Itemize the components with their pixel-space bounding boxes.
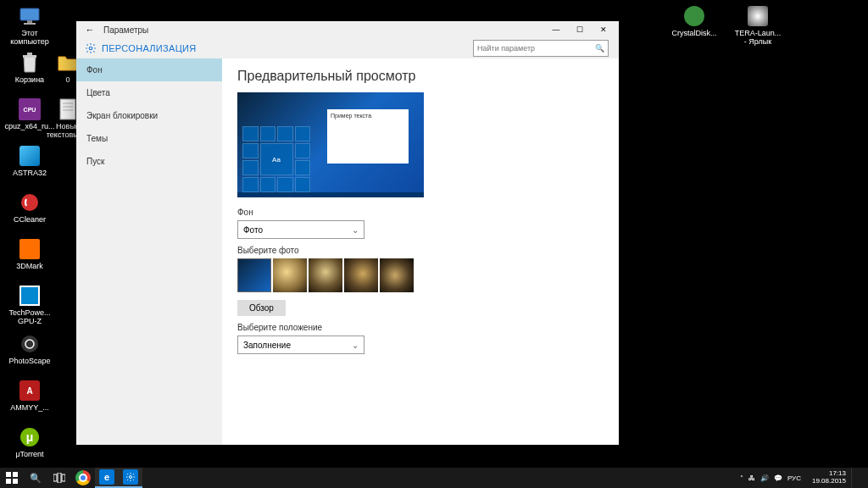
tray-action-icon[interactable]: 💬 — [771, 474, 785, 482]
sidebar-item-lockscreen[interactable]: Экран блокировки — [76, 104, 222, 127]
bg-dropdown[interactable]: Фото — [237, 220, 364, 239]
photo-thumb-3[interactable] — [309, 258, 342, 292]
svg-rect-1 — [27, 20, 32, 23]
sidebar-item-start[interactable]: Пуск — [76, 150, 222, 173]
preview-box: Aa Пример текста — [237, 92, 424, 197]
search-box[interactable]: 🔍 — [473, 40, 609, 57]
desktop-icon-tera[interactable]: TERA-Laun... - Ярлык — [732, 4, 783, 47]
fit-label: Выберите положение — [237, 323, 604, 332]
svg-point-5 — [21, 194, 38, 211]
taskbar-app-chrome[interactable] — [71, 468, 95, 488]
desktop-icon-ccleaner[interactable]: CCleaner — [4, 191, 55, 225]
svg-rect-16 — [13, 472, 18, 477]
svg-rect-20 — [58, 473, 61, 483]
close-button[interactable]: ✕ — [592, 21, 615, 38]
settings-window: ← Параметры — ☐ ✕ ПЕРСОНАЛИЗАЦИЯ 🔍 Фон Ц… — [76, 21, 619, 445]
3dmark-icon — [18, 237, 42, 261]
taskbar-clock[interactable]: 17:13 19.08.2015 — [807, 470, 851, 485]
preview-heading: Предварительный просмотр — [237, 69, 604, 84]
icon-label: AMMYY_... — [10, 404, 49, 413]
search-button[interactable]: 🔍 — [24, 468, 47, 488]
maximize-button[interactable]: ☐ — [568, 21, 592, 38]
ammyy-icon: A — [18, 379, 42, 402]
recycle-bin-icon — [18, 51, 42, 75]
desktop-icon-ammyy[interactable]: A AMMYY_... — [4, 379, 55, 413]
svg-rect-3 — [23, 55, 36, 58]
tera-icon — [746, 4, 770, 28]
search-icon: 🔍 — [595, 44, 604, 53]
cpuz-icon: CPU — [18, 97, 42, 121]
desktop-icon-astra32[interactable]: ASTRA32 — [4, 144, 55, 178]
svg-rect-15 — [6, 472, 11, 477]
start-button[interactable] — [0, 468, 24, 488]
icon-label: 3DMark — [16, 263, 43, 271]
fit-dropdown[interactable]: Заполнение — [237, 336, 364, 354]
icon-label: CrystalDisk... — [671, 30, 716, 38]
search-input[interactable] — [477, 44, 595, 53]
preview-sample-text: Пример текста — [327, 109, 409, 122]
taskbar-app-settings[interactable] — [119, 468, 142, 488]
taskview-button[interactable] — [47, 468, 71, 488]
svg-rect-21 — [62, 474, 65, 481]
system-tray: ˄ 🖧 🔊 💬 РУС — [734, 474, 807, 482]
svg-point-22 — [130, 476, 132, 479]
svg-rect-0 — [20, 8, 39, 20]
minimize-button[interactable]: — — [544, 21, 568, 38]
photo-thumb-1[interactable] — [237, 258, 271, 292]
photo-thumb-5[interactable] — [380, 258, 414, 292]
thumb-row — [237, 258, 604, 292]
sidebar-item-colors[interactable]: Цвета — [76, 81, 222, 104]
utorrent-icon: μ — [18, 425, 42, 449]
sidebar-item-themes[interactable]: Темы — [76, 127, 222, 150]
icon-label: Этот компьютер — [4, 30, 55, 47]
desktop-icon-crystaldisk[interactable]: CrystalDisk... — [669, 4, 720, 38]
svg-point-14 — [89, 47, 92, 50]
photo-thumb-2[interactable] — [273, 258, 307, 292]
choose-photo-label: Выберите фото — [237, 246, 604, 255]
ccleaner-icon — [18, 191, 42, 214]
header-row: ПЕРСОНАЛИЗАЦИЯ 🔍 — [76, 38, 619, 58]
sidebar-item-background[interactable]: Фон — [76, 58, 222, 81]
main-panel: Предварительный просмотр Aa Пример текст… — [222, 58, 619, 445]
icon-label: TechPowe... GPU-Z — [4, 309, 55, 326]
window-title: Параметры — [103, 25, 148, 35]
astra32-icon — [18, 144, 42, 168]
titlebar: ← Параметры — ☐ ✕ — [76, 21, 619, 38]
icon-label: PhotoScape — [8, 358, 50, 366]
svg-rect-10 — [60, 99, 75, 119]
browse-button[interactable]: Обзор — [237, 300, 286, 316]
show-desktop-button[interactable] — [851, 468, 868, 488]
icon-label: TERA-Laun... - Ярлык — [732, 30, 783, 47]
svg-rect-17 — [6, 479, 11, 484]
desktop-icon-this-pc[interactable]: Этот компьютер — [4, 4, 55, 47]
svg-text:μ: μ — [26, 430, 34, 444]
pc-icon — [18, 4, 42, 28]
bg-label: Фон — [237, 208, 604, 217]
desktop-icon-photoscape[interactable]: PhotoScape — [4, 332, 55, 366]
gpuz-icon — [18, 284, 42, 308]
crystaldisk-icon — [682, 4, 706, 28]
taskbar: 🔍 e ˄ 🖧 🔊 💬 РУС 17:13 19.08.2015 — [0, 468, 868, 488]
desktop-icon-utorrent[interactable]: μ μTorrent — [4, 425, 55, 459]
icon-label: 0 — [65, 76, 70, 85]
svg-rect-19 — [53, 474, 57, 481]
sidebar: Фон Цвета Экран блокировки Темы Пуск — [76, 58, 222, 445]
taskbar-app-edge[interactable]: e — [95, 468, 119, 488]
gear-icon — [85, 42, 97, 54]
tray-chevron-icon[interactable]: ˄ — [737, 474, 746, 482]
svg-point-6 — [21, 336, 38, 352]
tray-network-icon[interactable]: 🖧 — [746, 474, 758, 482]
photoscape-icon — [18, 332, 42, 356]
icon-label: Корзина — [15, 76, 44, 85]
tray-volume-icon[interactable]: 🔊 — [758, 474, 771, 482]
back-button[interactable]: ← — [80, 25, 100, 35]
photo-thumb-4[interactable] — [344, 258, 378, 292]
preview-aa-tile: Aa — [260, 143, 293, 175]
desktop-icon-3dmark[interactable]: 3DMark — [4, 237, 55, 271]
desktop-icon-gpuz[interactable]: TechPowe... GPU-Z — [4, 284, 55, 326]
svg-rect-2 — [24, 23, 36, 25]
tray-lang[interactable]: РУС — [785, 474, 804, 482]
svg-rect-4 — [27, 53, 32, 55]
icon-label: μTorrent — [15, 451, 43, 459]
icon-label: CCleaner — [14, 216, 46, 225]
